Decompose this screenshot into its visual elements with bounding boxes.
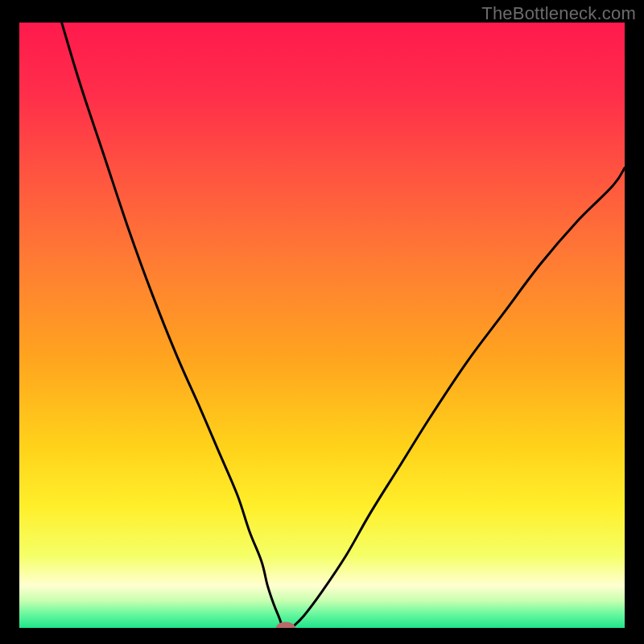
chart-frame: TheBottleneck.com — [0, 0, 644, 644]
bottleneck-chart — [19, 23, 625, 628]
gradient-background — [19, 23, 625, 628]
watermark-text: TheBottleneck.com — [481, 3, 636, 24]
plot-area — [19, 23, 625, 628]
